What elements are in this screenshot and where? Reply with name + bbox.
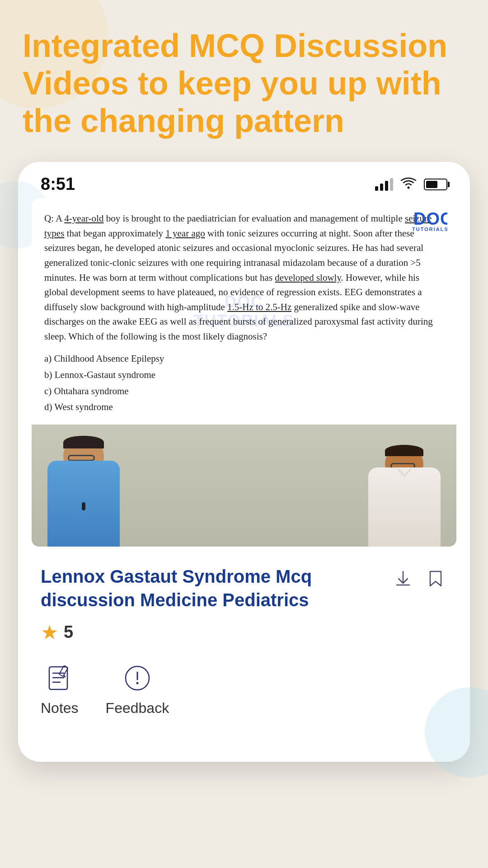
video-actions: [391, 565, 447, 590]
video-title-row: Lennox Gastaut Syndrome Mcq discussion M…: [41, 565, 447, 612]
status-time: 8:51: [41, 175, 75, 194]
notes-action[interactable]: Notes: [41, 662, 79, 717]
notes-label: Notes: [41, 700, 79, 717]
battery-fill: [426, 181, 437, 188]
download-button[interactable]: [391, 567, 415, 590]
svg-text:DOC: DOC: [413, 209, 447, 228]
feedback-action[interactable]: Feedback: [106, 662, 169, 717]
svg-point-0: [408, 186, 410, 189]
presenter-left-glasses: [68, 455, 95, 461]
svg-text:TUTORIALS: TUTORIALS: [412, 226, 447, 232]
mcq-options: a) Childhood Absence Epilepsy b) Lennox-…: [44, 351, 444, 415]
header-title: Integrated MCQ Discussion Videos to keep…: [23, 27, 465, 139]
presenter-right-body: [368, 467, 441, 547]
rating-row: ★ 5: [41, 621, 447, 644]
presenter-right-hair: [385, 445, 423, 456]
signal-bars-icon: [375, 178, 393, 191]
presenter-left: [41, 431, 127, 547]
doc-tutorials-logo: DOC TUTORIALS: [411, 208, 447, 236]
feedback-icon: [121, 662, 154, 694]
doc-logo-main-text: DOC TUTORIALS: [411, 208, 447, 236]
mcq-option-d: d) West syndrome: [44, 399, 444, 415]
mcq-option-a: a) Childhood Absence Epilepsy: [44, 351, 444, 367]
mcq-question: Q: A 4-year-old boy is brought to the pa…: [32, 198, 456, 425]
bookmark-button[interactable]: [424, 567, 447, 590]
presenter-right: [361, 438, 447, 547]
rating-count: 5: [64, 623, 73, 642]
mcq-option-c: c) Ohtahara syndrome: [44, 383, 444, 400]
svg-point-10: [136, 682, 138, 684]
presenter-left-hair: [63, 436, 104, 448]
mcq-question-text: Q: A 4-year-old boy is brought to the pa…: [44, 211, 444, 344]
feedback-label: Feedback: [106, 700, 169, 717]
video-area: Q: A 4-year-old boy is brought to the pa…: [32, 198, 456, 547]
signal-bar-4: [390, 178, 393, 191]
signal-bar-1: [375, 186, 378, 191]
status-bar: 8:51: [18, 162, 470, 198]
bottom-actions-row: Notes Feedback: [41, 662, 447, 717]
battery-icon: [424, 179, 447, 190]
notes-icon: [43, 662, 76, 694]
star-icon: ★: [41, 621, 58, 644]
status-icons: [375, 177, 447, 192]
wifi-icon: [400, 177, 417, 192]
signal-bar-3: [385, 181, 388, 191]
mcq-option-b: b) Lennox-Gastaut syndrome: [44, 367, 444, 383]
presenter-right-collar: [398, 467, 411, 481]
header-banner: Integrated MCQ Discussion Videos to keep…: [0, 0, 488, 162]
presenter-left-body: [47, 461, 120, 547]
phone-mockup: 8:51: [18, 162, 470, 762]
presenters-scene: [32, 425, 456, 547]
signal-bar-2: [380, 184, 383, 191]
page-wrapper: Integrated MCQ Discussion Videos to keep…: [0, 0, 488, 868]
video-title: Lennox Gastaut Syndrome Mcq discussion M…: [41, 565, 391, 612]
presenter-left-mic: [82, 502, 85, 510]
content-area: Lennox Gastaut Syndrome Mcq discussion M…: [18, 547, 470, 735]
